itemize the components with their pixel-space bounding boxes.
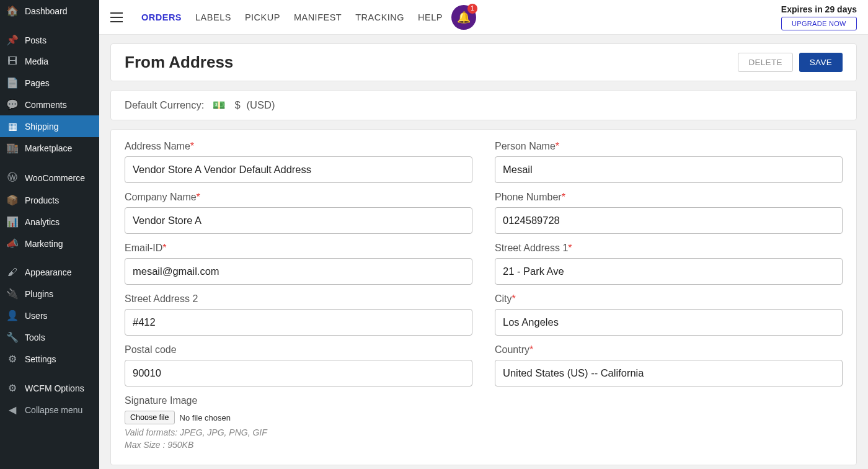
label-signature: Signature Image (125, 395, 472, 406)
sidebar-item-label: Tools (25, 333, 45, 342)
currency-label: Default Currency: (125, 99, 204, 111)
sidebar-item-pages[interactable]: 📄Pages (0, 72, 99, 94)
input-postal[interactable] (125, 360, 472, 386)
input-person-name[interactable] (495, 156, 843, 183)
field-country: Country* (495, 344, 843, 386)
settings-icon: ⚙ (6, 353, 19, 365)
delete-button[interactable]: DELETE (738, 53, 792, 72)
content: From Address DELETE SAVE Default Currenc… (99, 35, 868, 469)
page-header-panel: From Address DELETE SAVE (110, 43, 857, 81)
sidebar-item-wcfm-options[interactable]: ⚙WCFM Options (0, 377, 99, 399)
wcfm-icon: ⚙ (6, 382, 19, 394)
sidebar-item-media[interactable]: 🎞Media (0, 51, 99, 72)
tab-help[interactable]: HELP (417, 9, 444, 26)
label-street1: Street Address 1* (495, 243, 843, 254)
currency-panel: Default Currency: 💵 $ (USD) (110, 90, 857, 120)
sidebar-item-label: WCFM Options (25, 383, 84, 393)
field-street2: Street Address 2 (125, 293, 472, 336)
sidebar-item-marketing[interactable]: 📣Marketing (0, 233, 99, 254)
money-icon: 💵 (210, 98, 228, 112)
signature-hint-size: Max Size : 950KB (125, 439, 472, 452)
field-postal: Postal code (125, 344, 472, 386)
sidebar-item-tools[interactable]: 🔧Tools (0, 326, 99, 348)
notifications-button[interactable]: 🔔 1 (451, 5, 476, 30)
sidebar-item-posts[interactable]: 📌Posts (0, 29, 99, 51)
sidebar-item-appearance[interactable]: 🖌Appearance (0, 262, 99, 283)
sidebar-item-label: Products (25, 195, 59, 205)
tab-pickup[interactable]: PICKUP (244, 9, 281, 26)
admin-sidebar: 🏠Dashboard📌Posts🎞Media📄Pages💬Comments▦Sh… (0, 0, 99, 469)
currency-code: (USD) (247, 99, 275, 111)
sidebar-item-comments[interactable]: 💬Comments (0, 94, 99, 115)
comments-icon: 💬 (6, 99, 19, 110)
sidebar-item-products[interactable]: 📦Products (0, 189, 99, 211)
input-street1[interactable] (495, 258, 843, 285)
dashboard-icon: 🏠 (6, 5, 19, 17)
appearance-icon: 🖌 (6, 267, 19, 278)
sidebar-item-label: WooCommerce (25, 173, 85, 183)
users-icon: 👤 (6, 310, 19, 321)
sidebar-item-label: Appearance (25, 267, 72, 277)
tab-tracking[interactable]: TRACKING (354, 9, 405, 26)
input-country[interactable] (495, 360, 843, 386)
sidebar-item-users[interactable]: 👤Users (0, 305, 99, 326)
address-form: Address Name* Person Name* Company Name*… (110, 129, 857, 465)
input-address-name[interactable] (125, 156, 472, 183)
pin-icon: 📌 (6, 34, 19, 46)
marketplace-icon: 🏬 (6, 142, 19, 154)
label-email: Email-ID* (125, 243, 472, 254)
label-address-name: Address Name* (125, 141, 472, 152)
topbar: ORDERSLABELSPICKUPMANIFESTTRACKINGHELP 🔔… (99, 0, 868, 35)
field-phone: Phone Number* (495, 192, 843, 234)
subscription-box: Expires in 29 days UPGRADE NOW (781, 4, 857, 30)
label-company-name: Company Name* (125, 192, 472, 203)
label-street2: Street Address 2 (125, 293, 472, 305)
products-icon: 📦 (6, 194, 19, 206)
sidebar-item-label: Shipping (25, 122, 59, 132)
sidebar-item-shipping[interactable]: ▦Shipping (0, 115, 99, 137)
tab-labels[interactable]: LABELS (194, 9, 232, 26)
label-city: City* (495, 293, 843, 305)
sidebar-item-label: Marketplace (25, 143, 72, 153)
sidebar-item-label: Collapse menu (25, 405, 82, 415)
sidebar-item-label: Plugins (25, 289, 53, 299)
sidebar-item-label: Comments (25, 100, 67, 110)
collapse-icon: ◀ (6, 404, 19, 416)
analytics-icon: 📊 (6, 216, 19, 228)
choose-file-button[interactable]: Choose file (125, 411, 175, 424)
upgrade-button[interactable]: UPGRADE NOW (781, 17, 857, 30)
input-city[interactable] (495, 309, 843, 336)
sidebar-item-collapse-menu[interactable]: ◀Collapse menu (0, 399, 99, 421)
sidebar-item-dashboard[interactable]: 🏠Dashboard (0, 0, 99, 22)
input-street2[interactable] (125, 309, 472, 336)
marketing-icon: 📣 (6, 238, 19, 249)
field-email: Email-ID* (125, 243, 472, 285)
tab-orders[interactable]: ORDERS (140, 9, 183, 26)
sidebar-item-marketplace[interactable]: 🏬Marketplace (0, 137, 99, 159)
input-email[interactable] (125, 258, 472, 285)
sidebar-item-label: Pages (25, 78, 50, 88)
shipping-icon: ▦ (6, 120, 19, 132)
top-tabs: ORDERSLABELSPICKUPMANIFESTTRACKINGHELP (140, 9, 444, 26)
save-button[interactable]: SAVE (799, 53, 843, 72)
field-address-name: Address Name* (125, 141, 472, 183)
sidebar-item-woocommerce[interactable]: ⓌWooCommerce (0, 166, 99, 189)
pages-icon: 📄 (6, 77, 19, 89)
field-company-name: Company Name* (125, 192, 472, 234)
no-file-label: No file chosen (180, 413, 231, 422)
sidebar-item-analytics[interactable]: 📊Analytics (0, 211, 99, 233)
sidebar-item-label: Media (25, 56, 48, 66)
sidebar-item-settings[interactable]: ⚙Settings (0, 348, 99, 370)
tab-manifest[interactable]: MANIFEST (293, 9, 343, 26)
sidebar-item-plugins[interactable]: 🔌Plugins (0, 283, 99, 305)
currency-symbol: $ (234, 99, 240, 111)
input-phone[interactable] (495, 207, 843, 234)
sidebar-item-label: Users (25, 311, 48, 321)
signature-hint-formats: Valid formats: JPEG, JPG, PNG, GIF (125, 427, 472, 439)
field-person-name: Person Name* (495, 141, 843, 183)
sidebar-item-label: Analytics (25, 217, 60, 227)
input-company-name[interactable] (125, 207, 472, 234)
label-phone: Phone Number* (495, 192, 843, 203)
hamburger-icon[interactable] (110, 12, 123, 22)
tools-icon: 🔧 (6, 331, 19, 343)
